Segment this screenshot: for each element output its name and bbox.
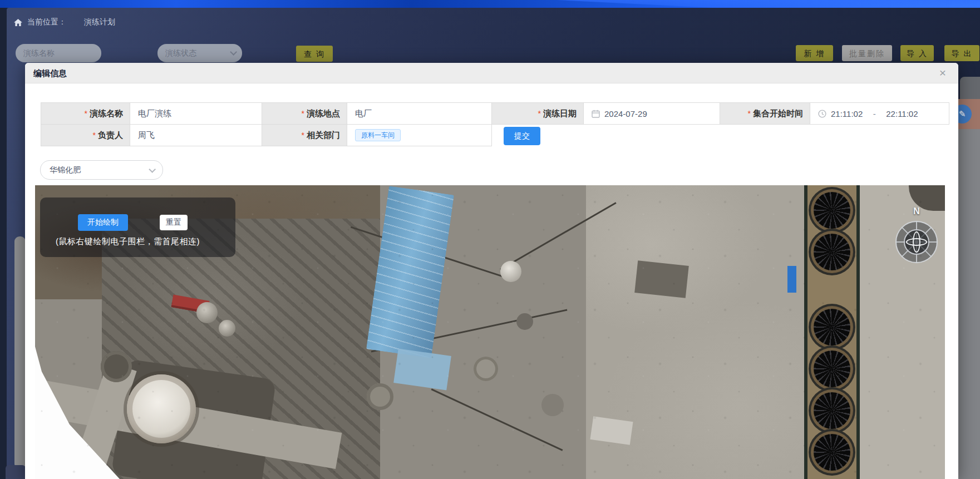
field-label-related-department: * 相关部门 xyxy=(262,125,347,146)
add-button[interactable]: 新 增 xyxy=(796,45,833,61)
home-icon[interactable] xyxy=(14,18,22,27)
required-marker: * xyxy=(302,131,304,140)
drill-status-placeholder: 演练状态 xyxy=(165,48,196,57)
field-value-drill-location[interactable]: 电厂 xyxy=(347,103,492,125)
field-label-person-in-charge: * 负责人 xyxy=(41,125,130,146)
background-table-header xyxy=(960,77,980,99)
field-label-drill-location: * 演练地点 xyxy=(262,103,347,125)
import-button[interactable]: 导 入 xyxy=(900,45,934,61)
required-marker: * xyxy=(93,131,96,140)
pencil-icon: ✎ xyxy=(959,109,966,118)
search-button[interactable]: 查 询 xyxy=(296,46,333,62)
breadcrumb-current: 演练计划 xyxy=(84,17,115,27)
batch-delete-button[interactable]: 批量删除 xyxy=(842,45,892,61)
department-tag[interactable]: 原料一车间 xyxy=(355,129,401,141)
field-label-drill-date: * 演练日期 xyxy=(492,103,584,125)
chevron-down-icon xyxy=(230,48,237,56)
background-scrollbar[interactable] xyxy=(14,236,26,469)
form-empty-area xyxy=(492,125,949,146)
required-marker: * xyxy=(748,109,751,118)
field-value-related-department[interactable]: 原料一车间 xyxy=(347,125,492,146)
required-marker: * xyxy=(302,109,304,118)
background-corner-panel xyxy=(6,465,26,479)
time-end: 22:11:02 xyxy=(886,109,918,118)
field-value-person-in-charge[interactable]: 周飞 xyxy=(130,125,262,146)
time-start: 21:11:02 xyxy=(831,109,863,118)
breadcrumb: 当前位置： 演练计划 xyxy=(14,17,115,27)
drill-status-select[interactable]: 演练状态 xyxy=(157,44,242,62)
time-separator: - xyxy=(867,109,881,118)
field-value-drill-name[interactable]: 电厂演练 xyxy=(130,103,262,125)
field-label-drill-name: * 演练名称 xyxy=(41,103,130,125)
modal-title: 编辑信息 xyxy=(33,63,67,83)
edit-info-modal: 编辑信息 × * 演练名称 电厂演练 * 演练地点 电厂 * 演练日期 xyxy=(25,63,958,479)
breadcrumb-prefix: 当前位置： xyxy=(27,17,66,27)
close-icon[interactable]: × xyxy=(936,66,949,80)
app-window: 当前位置： 演练计划 演练名称 演练状态 查 询 新 增 批量删除 导 入 导 … xyxy=(0,0,980,479)
field-value-time-range[interactable]: 21:11:02 - 22:11:02 xyxy=(810,103,949,125)
background-table-area xyxy=(958,129,980,479)
compass-crosshair xyxy=(913,231,920,253)
drill-name-input[interactable]: 演练名称 xyxy=(16,44,101,62)
reset-draw-button[interactable]: 重置 xyxy=(160,215,188,230)
compass-control[interactable] xyxy=(895,221,938,263)
required-marker: * xyxy=(538,109,541,118)
calendar-icon xyxy=(592,110,600,118)
aerial-map[interactable]: 开始绘制 重置 (鼠标右键绘制电子围栏，需首尾相连) N xyxy=(35,185,945,479)
plant-select-value: 华锦化肥 xyxy=(50,165,81,174)
clock-icon xyxy=(818,110,826,118)
modal-header: 编辑信息 × xyxy=(25,63,958,83)
required-marker: * xyxy=(85,109,87,118)
plant-select[interactable]: 华锦化肥 xyxy=(40,160,163,180)
start-draw-button[interactable]: 开始绘制 xyxy=(78,214,128,231)
chevron-down-icon xyxy=(149,166,156,173)
export-button[interactable]: 导 出 xyxy=(944,45,979,61)
compass-north-label: N xyxy=(895,206,938,216)
draw-hint-text: (鼠标右键绘制电子围栏，需首尾相连) xyxy=(56,236,200,247)
field-value-drill-date[interactable]: 2024-07-29 xyxy=(584,103,720,125)
draw-tools-panel: 开始绘制 重置 (鼠标右键绘制电子围栏，需首尾相连) xyxy=(40,197,235,257)
submit-button[interactable]: 提交 xyxy=(504,127,540,145)
field-label-start-time: * 集合开始时间 xyxy=(720,103,810,125)
drill-form-table: * 演练名称 电厂演练 * 演练地点 电厂 * 演练日期 xyxy=(41,102,949,146)
